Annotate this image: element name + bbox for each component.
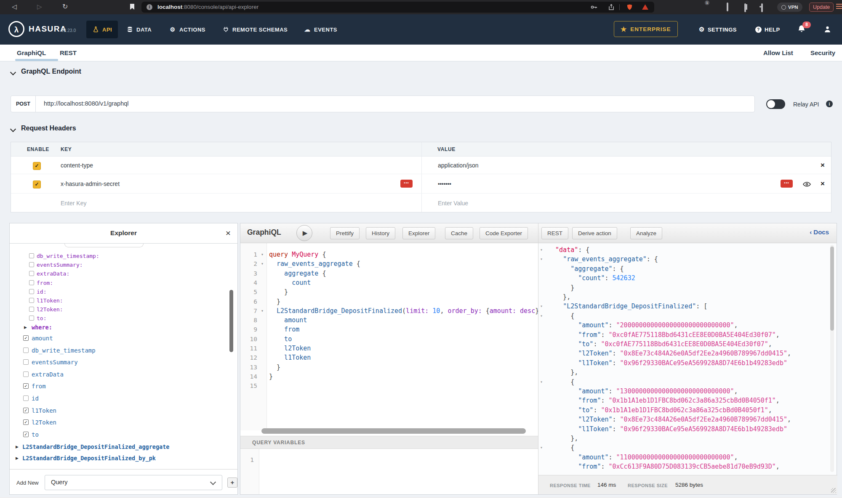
- docs-button[interactable]: ‹ Docs: [810, 228, 829, 236]
- wallet-icon[interactable]: [761, 4, 763, 12]
- vpn-button[interactable]: VPN: [777, 3, 802, 12]
- share-icon[interactable]: [608, 4, 615, 12]
- settings-button[interactable]: ⚙ SETTINGS: [699, 14, 737, 45]
- toolbar-button-explorer[interactable]: Explorer: [402, 227, 435, 239]
- arg-checkbox[interactable]: [29, 289, 34, 294]
- expand-arrow-icon[interactable]: ▶: [16, 445, 19, 449]
- chevron-down-icon[interactable]: [10, 126, 16, 132]
- field-checkbox[interactable]: ✓: [23, 335, 29, 341]
- toolbar-button-history[interactable]: History: [366, 227, 395, 239]
- password-manager-icon[interactable]: •••: [400, 180, 413, 188]
- enterprise-button[interactable]: ★ ENTERPRISE: [614, 21, 678, 37]
- query-variables-bar[interactable]: QUERY VARIABLES: [240, 436, 538, 449]
- password-manager-icon[interactable]: •••: [781, 180, 793, 188]
- link-security[interactable]: Security: [810, 49, 835, 56]
- toolbar-button-rest[interactable]: REST: [541, 227, 568, 239]
- forward-icon[interactable]: ▷: [37, 3, 42, 11]
- field-checkbox[interactable]: [23, 347, 29, 353]
- close-icon[interactable]: ×: [226, 227, 231, 239]
- fold-arrow-icon[interactable]: ▾: [540, 377, 543, 387]
- key-input[interactable]: Enter Key: [61, 200, 86, 207]
- url-bar[interactable]: i localhost:8080/console/api/api-explore…: [141, 2, 654, 13]
- resize-handle-icon[interactable]: [831, 488, 836, 493]
- sidebar-toggle-icon[interactable]: [744, 4, 746, 12]
- toolbar-button-prettify[interactable]: Prettify: [330, 227, 360, 239]
- field-checkbox[interactable]: ✓: [23, 383, 29, 389]
- toolbar-button-code-exporter[interactable]: Code Exporter: [480, 227, 528, 239]
- nav-item-events[interactable]: ☁EVENTS: [304, 14, 337, 45]
- remove-header-icon[interactable]: ×: [821, 180, 825, 187]
- fold-arrow-icon[interactable]: ▾: [261, 250, 264, 259]
- shield-icon[interactable]: [626, 4, 633, 12]
- toolbar-button-cache[interactable]: Cache: [445, 227, 473, 239]
- explorer-scrollbar[interactable]: [229, 290, 233, 352]
- notifications-button[interactable]: 8: [797, 24, 808, 35]
- chevron-down-icon[interactable]: [10, 69, 16, 75]
- fold-arrow-icon[interactable]: ▾: [540, 255, 543, 264]
- field-checkbox[interactable]: ✓: [23, 419, 29, 425]
- fold-arrow-icon[interactable]: ▾: [261, 306, 264, 316]
- expand-arrow-icon[interactable]: ▶: [16, 456, 19, 460]
- site-info-icon[interactable]: i: [147, 4, 152, 10]
- fold-arrow-icon[interactable]: ▾: [540, 245, 543, 255]
- fold-arrow-icon[interactable]: ▾: [540, 302, 543, 311]
- fold-arrow-icon[interactable]: ▾: [261, 259, 264, 268]
- response-size-label: RESPONSE SIZE: [628, 483, 668, 488]
- response-scrollbar-thumb[interactable]: [830, 247, 834, 331]
- fold-arrow-icon[interactable]: ▾: [540, 311, 543, 321]
- link-allow-list[interactable]: Allow List: [763, 49, 793, 56]
- warning-triangle-icon[interactable]: [642, 4, 649, 12]
- nav-item-label: ACTIONS: [179, 27, 205, 33]
- hasura-logo[interactable]: λ: [8, 21, 24, 37]
- add-operation-button[interactable]: +: [227, 477, 237, 488]
- toolbar-button-analyze[interactable]: Analyze: [630, 227, 662, 239]
- field-checkbox[interactable]: [23, 359, 29, 365]
- field-checkbox[interactable]: [23, 371, 29, 377]
- arg-checkbox[interactable]: [29, 307, 34, 312]
- query-variables-editor[interactable]: 1: [240, 449, 538, 494]
- nav-item-remote-schemas[interactable]: REMOTE SCHEMAS: [222, 14, 288, 45]
- tab-rest[interactable]: REST: [60, 49, 77, 56]
- enable-checkbox[interactable]: ✓: [33, 162, 41, 170]
- expand-arrow-icon[interactable]: ▶: [24, 325, 27, 329]
- eye-icon[interactable]: [803, 181, 811, 188]
- field-checkbox[interactable]: [23, 395, 29, 401]
- reload-icon[interactable]: ↻: [62, 3, 68, 11]
- update-button[interactable]: Update: [809, 3, 834, 12]
- header-value[interactable]: application/json: [438, 162, 479, 169]
- operation-type-select[interactable]: Query: [45, 475, 222, 490]
- header-key[interactable]: x-hasura-admin-secret: [61, 180, 120, 187]
- arg-checkbox[interactable]: [29, 271, 34, 276]
- extension-icon[interactable]: [727, 3, 728, 11]
- fold-arrow-icon[interactable]: ▾: [540, 443, 543, 452]
- endpoint-url-input[interactable]: http://localhost:8080/v1/graphql: [44, 100, 129, 107]
- info-icon[interactable]: i: [826, 101, 833, 107]
- field-checkbox[interactable]: ✓: [23, 432, 29, 437]
- editor-horizontal-scrollbar[interactable]: [261, 428, 526, 434]
- account-button[interactable]: [823, 25, 831, 35]
- header-value[interactable]: •••••••: [438, 180, 451, 187]
- tab-graphiql[interactable]: GraphiQL: [17, 49, 46, 56]
- arg-checkbox[interactable]: [29, 262, 34, 267]
- key-icon[interactable]: [590, 4, 597, 12]
- toolbar-button-derive-action[interactable]: Derive action: [572, 227, 617, 239]
- nav-item-data[interactable]: DATA: [126, 14, 152, 45]
- nav-item-api[interactable]: API: [86, 21, 118, 38]
- help-button[interactable]: ? HELP: [755, 14, 780, 45]
- arg-checkbox[interactable]: [29, 298, 34, 303]
- enable-checkbox[interactable]: ✓: [33, 180, 41, 188]
- execute-query-button[interactable]: ▶: [296, 225, 312, 241]
- value-input[interactable]: Enter Value: [438, 200, 468, 207]
- http-method-chip[interactable]: POST: [11, 96, 36, 112]
- relay-api-toggle[interactable]: [766, 99, 785, 109]
- nav-item-actions[interactable]: ⚙ACTIONS: [169, 14, 205, 45]
- bookmark-icon[interactable]: [130, 3, 135, 12]
- arg-checkbox[interactable]: [29, 253, 34, 258]
- back-icon[interactable]: ◁: [12, 3, 17, 11]
- header-key[interactable]: content-type: [61, 162, 93, 169]
- arg-checkbox[interactable]: [29, 316, 34, 321]
- remove-header-icon[interactable]: ×: [821, 162, 825, 169]
- arg-checkbox[interactable]: [29, 280, 34, 285]
- field-checkbox[interactable]: ✓: [23, 408, 29, 413]
- menu-icon[interactable]: [836, 4, 842, 10]
